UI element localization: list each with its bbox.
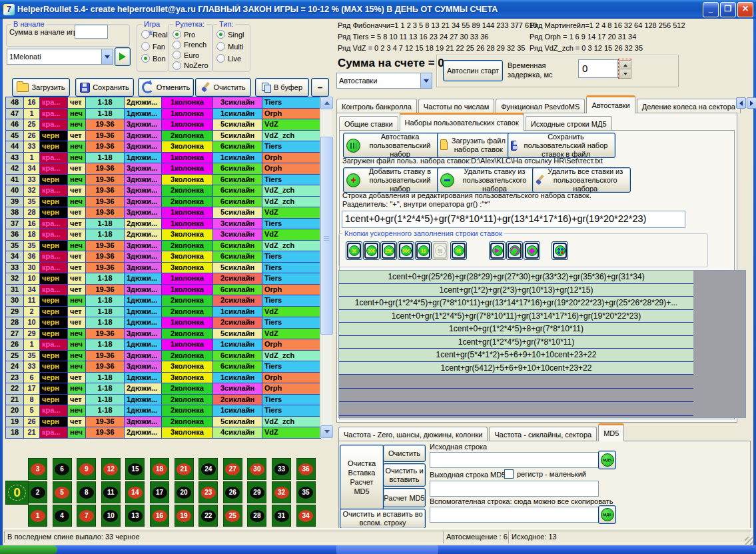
md5-aux-input[interactable]	[430, 507, 599, 523]
table-row[interactable]: 3828чернчет19-363дюжи...1колонка5сиклайн…	[6, 207, 320, 219]
tab-Исходные строки МД5[interactable]: Исходные строки МД5	[526, 116, 612, 131]
delete-bet-button[interactable]: Удалить ставку из пользовательского набо…	[437, 167, 536, 193]
md5-source-input[interactable]	[430, 452, 599, 468]
table-row[interactable]: 3436кра...чет19-363дюжи...3колонка6сикла…	[6, 251, 320, 263]
toolbar-brush-button[interactable]: Очистить	[195, 78, 251, 97]
roulette-cell-29[interactable]: 29	[247, 481, 266, 503]
tab-scroll-right-icon[interactable]	[747, 97, 756, 109]
scrollbar-thumb[interactable]	[320, 137, 333, 335]
tab-Автоставки[interactable]: Автоставки	[586, 95, 635, 113]
tab-Наборы пользовательских ставок[interactable]: Наборы пользовательских ставок	[400, 113, 524, 131]
radio-option-Live[interactable]: Live	[216, 53, 241, 64]
roulette-cell-26[interactable]: 26	[223, 481, 242, 503]
roulette-cell-8[interactable]: 8	[77, 481, 96, 503]
table-row[interactable]: 218чернчет1-181дюжи...2колонка2сиклайнTi…	[6, 395, 320, 406]
quick-bet-button-25€[interactable]: 25€	[380, 241, 397, 260]
table-row[interactable]: 4816кра...чет1-182дюжи...1колонка3сиклай…	[6, 97, 320, 109]
roulette-cell-24[interactable]: 24	[198, 458, 218, 480]
radio-option-Fan[interactable]: Fan	[141, 41, 165, 52]
roulette-cell-16[interactable]: 16	[150, 505, 169, 527]
table-row[interactable]: 205кра...неч1-181дюжи...2колонка1сиклайн…	[6, 405, 320, 417]
formula-list-item[interactable]: 1cent+0+gr(25*26)+gr(28*29)+gr(27*30)+gr…	[339, 271, 693, 284]
table-row[interactable]: 2810чернчет1-181дюжи...1колонка2сиклайнT…	[6, 317, 320, 329]
roulette-cell-23[interactable]: 23	[198, 481, 218, 503]
quick-refresh-button[interactable]	[506, 241, 523, 260]
radio-option-French[interactable]: French	[173, 39, 206, 51]
spinner-down-icon[interactable]	[619, 69, 631, 79]
close-button[interactable]: ✕	[737, 2, 753, 17]
table-row[interactable]: 3618кра...чет1-182дюжи...3колонка3сиклай…	[6, 229, 320, 241]
table-row[interactable]: 236чернчет1-181дюжи...3колонка1сиклайнOr…	[6, 373, 320, 384]
table-row[interactable]: 261кра...неч1-181дюжи...1колонка1сиклайн…	[6, 339, 320, 351]
toolbar-copy-button[interactable]: В буфер	[255, 78, 309, 97]
roulette-cell-1[interactable]: 1	[28, 505, 47, 527]
roulette-cell-33[interactable]: 33	[272, 458, 291, 480]
scroll-down-icon[interactable]	[320, 425, 333, 438]
roulette-cell-18[interactable]: 18	[150, 458, 169, 480]
tab-Контроль банкролла[interactable]: Контроль банкролла	[336, 99, 417, 113]
roulette-cell-35[interactable]: 35	[296, 481, 316, 503]
formula-list-item[interactable]: 1cent+gr(1*2)+gr(2*3)+gr(10*13)+gr(12*15…	[339, 284, 693, 297]
roulette-cell-20[interactable]: 20	[175, 481, 194, 503]
load-bet-file-button[interactable]: Загрузить файл набора ставок	[437, 133, 510, 158]
table-row[interactable]: 2217черннеч1-182дюжи...2колонка3сиклайнO…	[6, 383, 320, 395]
roulette-cell-4[interactable]: 4	[53, 505, 72, 527]
table-row[interactable]: 2433черннеч19-363дюжи...3колонка6сиклайн…	[6, 361, 320, 373]
quick-bet-button-50€[interactable]: 50€	[398, 241, 414, 260]
table-row[interactable]: 431кра...неч1-181дюжи...1колонка1сиклайн…	[6, 153, 320, 164]
table-row[interactable]: 1926чернчет19-363дюжи...2колонка5сиклайн…	[6, 417, 320, 428]
chevron-down-icon[interactable]	[420, 73, 432, 88]
table-row[interactable]: 3011черннеч1-181дюжи...2колонка2сиклайнT…	[6, 295, 320, 307]
formula-list-item[interactable]: 1cent+gr(5*4*1*2)+5+6+9+10+10cent+23+22	[339, 349, 693, 362]
maximize-button[interactable]: ❐	[720, 2, 736, 17]
quick-shuffle-button[interactable]	[524, 241, 540, 260]
roulette-cell-28[interactable]: 28	[247, 505, 266, 527]
quick-bet-button-10€[interactable]: 10€	[363, 241, 380, 260]
roulette-cell-21[interactable]: 21	[175, 458, 194, 480]
save-bet-file-button[interactable]: Сохранить пользовательский набор ставок …	[508, 133, 615, 158]
history-scrollbar[interactable]	[320, 97, 332, 438]
formula-list-item[interactable]: 1cent+0+gr(1*2*4*5)+gr(7*8*10*11)+gr(13*…	[339, 297, 693, 310]
roulette-cell-9[interactable]: 9	[77, 458, 96, 480]
table-row[interactable]: 3935черннеч19-363дюжи...2колонка6сиклайн…	[6, 197, 320, 208]
table-row[interactable]: 4234кра...чет19-363дюжи...1колонка6сикла…	[6, 163, 320, 175]
table-row[interactable]: 3134кра...чет19-363дюжи...1колонка6сикла…	[6, 285, 320, 296]
toolbar-floppy-button[interactable]: Сохранить	[75, 78, 134, 97]
collapse-button[interactable]: –	[311, 78, 329, 97]
quick-bet-button-1€[interactable]: 1€	[346, 241, 362, 260]
formula-list-item[interactable]: 1cent+gr(5412)+5+6+9+10+10cent+23+22	[339, 362, 693, 375]
roulette-cell-17[interactable]: 17	[150, 481, 169, 503]
radio-option-Real[interactable]: Real	[141, 29, 168, 40]
table-row[interactable]: 4133черннеч19-363дюжи...3колонка6сиклайн…	[6, 175, 320, 186]
table-row[interactable]: 1821кра...неч19-362дюжи...3колонка4сикла…	[6, 427, 320, 439]
tab-MD5[interactable]: MD5	[598, 423, 624, 441]
table-row[interactable]: 4625кра...неч19-363дюжи...1колонка5сикла…	[6, 119, 320, 131]
autobet-user-set-button[interactable]: Автоставка пользовательский набор	[343, 133, 440, 158]
strategy-combobox[interactable]: 1Melonati	[7, 49, 113, 65]
radio-option-Multi[interactable]: Multi	[216, 41, 243, 52]
roulette-cell-11[interactable]: 11	[101, 481, 121, 503]
roulette-cell-15[interactable]: 15	[125, 458, 145, 480]
md5-clear-insert-button[interactable]: Очистить и вставить	[383, 463, 426, 487]
mode-combobox[interactable]: Автоставки	[336, 73, 432, 89]
resize-grip[interactable]	[745, 537, 753, 545]
taskbar-button[interactable]	[336, 545, 438, 554]
formula-list-item[interactable]: 1cent+0+gr(1*2*4*5)+gr(7*8*10*11)+gr(13*…	[339, 310, 693, 323]
roulette-cell-19[interactable]: 19	[175, 505, 194, 527]
roulette-cell-5[interactable]: 5	[53, 481, 72, 503]
table-row[interactable]: 2729черннеч19-363дюжи...2колонка5сиклайн…	[6, 329, 320, 340]
roulette-cell-36[interactable]: 36	[296, 458, 316, 480]
minimize-button[interactable]: _	[703, 2, 719, 17]
table-row[interactable]: 3535черннеч19-363дюжи...2колонка6сиклайн…	[6, 241, 320, 252]
roulette-cell-30[interactable]: 30	[247, 458, 266, 480]
radio-option-NoZero[interactable]: NoZero	[173, 60, 208, 71]
md5-clear-aux-button[interactable]: Очистить и вставить во вспом. строку	[340, 509, 426, 529]
scroll-up-icon[interactable]	[320, 97, 333, 109]
radio-option-Pro[interactable]: Pro	[173, 29, 195, 40]
md5-output-input[interactable]	[430, 481, 599, 497]
roulette-cell-27[interactable]: 27	[223, 458, 242, 480]
tab-Общие ставки[interactable]: Общие ставки	[339, 116, 398, 131]
md5-lowercase-checkbox[interactable]: регистр - маленький	[504, 469, 586, 479]
run-strategy-button[interactable]	[115, 47, 131, 66]
roulette-cell-12[interactable]: 12	[101, 458, 121, 480]
